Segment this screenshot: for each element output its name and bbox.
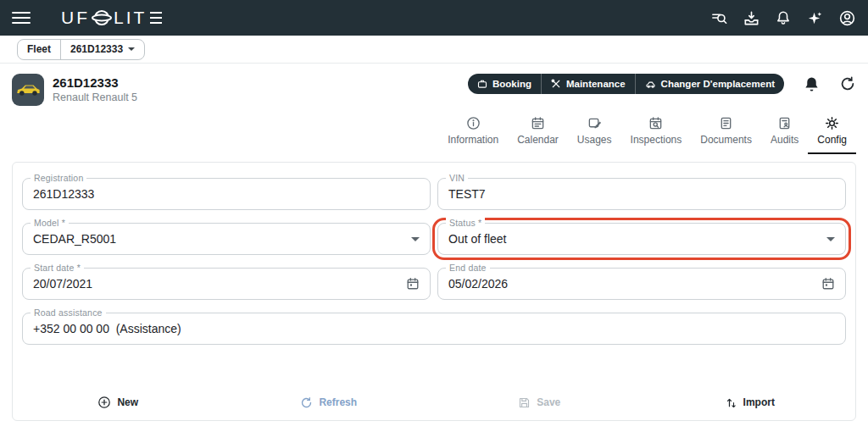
info-icon [466,116,481,130]
vin-value: TEST7 [448,187,486,201]
tools-icon [551,79,561,89]
tab-bar: Information Calendar Usages Inspection [0,108,868,154]
refresh-label: Refresh [319,396,357,408]
calendar-picker-icon[interactable] [821,277,835,291]
vehicle-subtitle: Renault Renault 5 [53,91,137,104]
brand-logo-e-glyph [150,12,162,25]
brand-logo: UF LIT [61,8,162,28]
calendar-icon [531,116,545,130]
model-value: CEDAR_R5001 [33,232,116,246]
tab-label: Inspections [631,134,682,146]
search-list-icon[interactable] [710,9,728,27]
booking-button[interactable]: Booking [468,74,541,94]
breadcrumb-vehicle-id: 261D12333 [70,43,123,55]
road-assistance-label: Road assistance [31,307,106,318]
tab-label: Config [817,134,847,146]
tab-label: Usages [577,134,612,146]
breadcrumb-fleet-label: Fleet [27,43,51,55]
topbar-icons [710,9,856,27]
page-title: 261D12333 [53,75,137,91]
tab-config[interactable]: Config [808,113,856,154]
briefcase-icon [477,79,487,89]
bottom-toolbar: New Refresh Save [13,388,855,417]
dropdown-caret-icon [826,237,835,241]
model-label: Model * [31,218,69,228]
header-actions: Booking Maintenance Ch [468,74,856,94]
registration-value: 261D12333 [33,187,94,201]
audit-file-icon [777,116,792,130]
ufo-icon [92,8,112,28]
refresh-button[interactable]: Refresh [224,396,435,409]
tab-label: Audits [771,134,798,146]
refresh-icon[interactable] [839,75,856,92]
car-icon [645,79,656,89]
tab-audits[interactable]: Audits [761,113,808,154]
start-date-label: Start date * [31,263,84,273]
save-floppy-icon [518,396,531,409]
tab-label: Calendar [517,134,559,146]
tab-label: Documents [700,134,752,146]
tab-information[interactable]: Information [438,113,508,154]
brand-logo-part1: UF [61,8,90,28]
registration-field[interactable]: Registration 261D12333 [22,178,431,210]
new-label: New [117,396,138,408]
bell-icon[interactable] [775,9,792,26]
sparkle-icon[interactable] [806,9,824,27]
import-arrows-icon [726,396,737,409]
document-icon [719,116,733,130]
app-screen: UF LIT [0,0,868,432]
end-date-label: End date [446,263,490,273]
refresh-icon [300,396,313,409]
inbox-download-icon[interactable] [743,9,760,27]
status-value: Out of fleet [448,232,506,246]
breadcrumb-row: Fleet 261D12333 [0,36,868,64]
change-location-label: Changer D'emplacement [661,79,775,89]
maintenance-button[interactable]: Maintenance [541,74,635,94]
usage-note-icon [587,116,602,130]
breadcrumb: Fleet 261D12333 [17,39,145,60]
menu-icon[interactable] [12,12,31,24]
action-pill: Booking Maintenance Ch [468,74,784,94]
tab-documents[interactable]: Documents [691,113,761,154]
topbar: UF LIT [0,0,868,36]
vin-field[interactable]: VIN TEST7 [437,178,846,210]
account-icon[interactable] [838,9,856,27]
tab-label: Information [448,134,498,146]
plus-circle-icon [97,396,111,409]
save-button[interactable]: Save [434,396,645,409]
breadcrumb-vehicle-selector[interactable]: 261D12333 [60,40,144,59]
gear-icon [825,116,839,130]
road-assistance-value: +352 00 00 00 (Assistance) [33,322,181,335]
dropdown-caret-icon [411,237,420,241]
tab-usages[interactable]: Usages [568,113,621,154]
config-form: Registration 261D12333 VIN TEST7 Model *… [13,163,855,345]
vehicle-header: 261D12333 Renault Renault 5 Booking [0,64,868,108]
road-assistance-field[interactable]: Road assistance +352 00 00 00 (Assistanc… [22,313,846,345]
registration-label: Registration [31,173,86,183]
vehicle-thumbnail [12,74,44,106]
new-button[interactable]: New [13,396,224,409]
tab-calendar[interactable]: Calendar [508,113,568,154]
breadcrumb-fleet[interactable]: Fleet [18,40,60,59]
model-select[interactable]: Model * CEDAR_R5001 [22,223,431,255]
calendar-search-icon [648,116,663,130]
status-label: Status * [446,218,485,228]
start-date-value: 20/07/2021 [33,277,92,291]
config-card: Registration 261D12333 VIN TEST7 Model *… [12,162,856,421]
import-button[interactable]: Import [645,396,856,409]
end-date-field[interactable]: End date 05/02/2026 [437,268,846,300]
vin-label: VIN [446,173,468,183]
save-label: Save [537,396,560,408]
status-select[interactable]: Status * Out of fleet [437,223,846,255]
import-label: Import [743,396,775,408]
change-location-button[interactable]: Changer D'emplacement [635,74,784,94]
chevron-down-icon [128,47,135,51]
end-date-value: 05/02/2026 [448,277,508,291]
start-date-field[interactable]: Start date * 20/07/2021 [22,268,431,300]
tab-inspections[interactable]: Inspections [621,113,692,154]
calendar-picker-icon[interactable] [406,277,420,291]
maintenance-label: Maintenance [566,79,626,89]
car-image [14,81,42,98]
brand-logo-part2: LIT [114,8,147,28]
notifications-bell-icon[interactable] [804,75,820,93]
